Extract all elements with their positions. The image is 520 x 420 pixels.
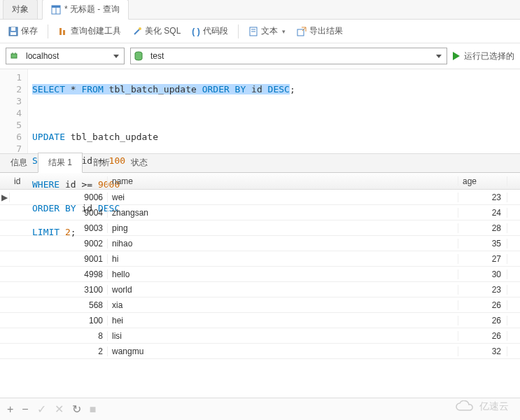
tab-objects[interactable]: 对象 xyxy=(3,0,38,19)
kw: FROM xyxy=(81,84,103,94)
cancel-button[interactable]: ✕ xyxy=(55,402,64,416)
cell-age[interactable]: 28 xyxy=(458,223,507,233)
query-table-icon xyxy=(51,5,61,15)
add-record-button[interactable]: + xyxy=(7,403,13,416)
svg-point-9 xyxy=(139,27,141,30)
tok: ; xyxy=(290,84,295,94)
save-button[interactable]: 保存 xyxy=(4,22,42,40)
table-row[interactable]: 2wangmu32 xyxy=(0,344,520,359)
cell-age[interactable]: 30 xyxy=(458,270,507,279)
cell-id[interactable]: 2 xyxy=(10,346,108,356)
cell-id[interactable]: 4998 xyxy=(10,270,108,279)
column-header-id[interactable]: id xyxy=(10,176,108,186)
save-icon xyxy=(8,27,18,36)
kw: ORDER BY xyxy=(202,84,246,94)
code-segment-label: 代码段 xyxy=(203,25,228,37)
row-marker: ▶ xyxy=(0,192,10,202)
cell-name[interactable]: hi xyxy=(108,254,458,264)
text-button[interactable]: 文本 ▾ xyxy=(244,22,290,40)
cell-name[interactable]: hello xyxy=(108,270,458,279)
chevron-down-icon xyxy=(108,55,124,58)
chevron-down-icon xyxy=(431,55,447,58)
cell-name[interactable]: lisi xyxy=(108,331,458,341)
connection-value: localhost xyxy=(22,51,108,61)
database-value: test xyxy=(146,51,431,61)
cell-age[interactable]: 26 xyxy=(458,316,507,326)
line-number: 3 xyxy=(0,95,22,107)
line-gutter: 1 2 3 4 5 6 7 xyxy=(0,69,28,153)
cell-id[interactable]: 3100 xyxy=(10,285,108,295)
tab-query[interactable]: * 无标题 - 查询 xyxy=(42,0,129,20)
line-number: 5 xyxy=(0,119,22,131)
run-selected-button[interactable]: 运行已选择的 xyxy=(453,50,514,62)
tab-result-1[interactable]: 结果 1 xyxy=(38,153,83,173)
line-number: 1 xyxy=(0,71,22,83)
table-row[interactable]: 8lisi26 xyxy=(0,328,520,344)
cell-age[interactable]: 23 xyxy=(458,285,507,295)
refresh-button[interactable]: ↻ xyxy=(72,402,81,416)
cell-id[interactable]: 100 xyxy=(10,316,108,326)
code-segment-button[interactable]: ( ) 代码段 xyxy=(188,22,232,40)
beautify-sql-button[interactable]: 美化 SQL xyxy=(128,22,185,40)
query-builder-button[interactable]: 查询创建工具 xyxy=(54,22,125,40)
cell-age[interactable]: 35 xyxy=(458,239,507,248)
grid-body: ▶9006wei239004zhangsan249003ping289002ni… xyxy=(0,190,520,359)
export-label: 导出结果 xyxy=(309,25,343,37)
tab-status[interactable]: 状态 xyxy=(120,153,158,172)
table-row[interactable]: 568xia26 xyxy=(0,298,520,313)
cell-age[interactable]: 27 xyxy=(458,254,507,264)
cell-age[interactable]: 23 xyxy=(458,192,507,202)
plug-icon xyxy=(6,51,22,61)
tok: tbl_batch_update xyxy=(104,84,202,94)
cell-name[interactable]: hei xyxy=(108,316,458,326)
cell-id[interactable]: 8 xyxy=(10,331,108,341)
code-area[interactable]: SELECT * FROM tbl_batch_update ORDER BY … xyxy=(28,69,300,153)
table-row[interactable]: 4998hello30 xyxy=(0,267,520,282)
run-label: 运行已选择的 xyxy=(464,50,514,62)
sql-editor[interactable]: 1 2 3 4 5 6 7 SELECT * FROM tbl_batch_up… xyxy=(0,69,520,153)
cell-name[interactable]: xia xyxy=(108,300,458,310)
cell-id[interactable]: 9006 xyxy=(10,192,108,202)
line-number: 4 xyxy=(0,107,22,119)
svg-rect-5 xyxy=(10,32,16,35)
cell-name[interactable]: ping xyxy=(108,223,458,233)
delete-record-button[interactable]: − xyxy=(22,403,28,416)
cell-age[interactable]: 32 xyxy=(458,346,507,356)
column-header-age[interactable]: age xyxy=(458,176,507,186)
kw: DESC xyxy=(268,84,290,94)
cell-id[interactable]: 568 xyxy=(10,300,108,310)
cell-name[interactable]: wangmu xyxy=(108,346,458,356)
text-label: 文本 xyxy=(261,25,278,37)
cell-age[interactable]: 26 xyxy=(458,331,507,341)
cloud-icon xyxy=(456,400,475,413)
cell-id[interactable]: 9004 xyxy=(10,208,108,218)
export-result-button[interactable]: 导出结果 xyxy=(293,22,347,40)
record-toolbar: + − ✓ ✕ ↻ ■ xyxy=(0,398,520,420)
line-number: 2 xyxy=(0,83,22,95)
cell-name[interactable]: world xyxy=(108,285,458,295)
tab-objects-label: 对象 xyxy=(12,4,29,15)
table-row[interactable]: 100hei26 xyxy=(0,313,520,328)
cell-id[interactable]: 9003 xyxy=(10,223,108,233)
database-dropdown[interactable]: test xyxy=(130,48,447,64)
stop-button[interactable]: ■ xyxy=(90,403,97,416)
cell-id[interactable]: 9002 xyxy=(10,239,108,248)
table-row[interactable]: 9001hi27 xyxy=(0,251,520,267)
cell-id[interactable]: 9001 xyxy=(10,254,108,264)
query-builder-label: 查询创建工具 xyxy=(71,25,121,37)
table-row[interactable]: 3100world23 xyxy=(0,282,520,298)
cell-name[interactable]: zhangsan xyxy=(108,208,458,218)
cell-age[interactable]: 26 xyxy=(458,300,507,310)
beautify-sql-label: 美化 SQL xyxy=(145,25,181,37)
cell-name[interactable]: nihao xyxy=(108,239,458,248)
apply-button[interactable]: ✓ xyxy=(37,402,46,416)
svg-rect-4 xyxy=(11,27,15,31)
tab-profile[interactable]: 剖析 xyxy=(83,153,120,172)
column-header-name[interactable]: name xyxy=(108,176,458,186)
cell-name[interactable]: wei xyxy=(108,192,458,202)
tab-info[interactable]: 信息 xyxy=(0,153,38,172)
connection-dropdown[interactable]: localhost xyxy=(6,48,125,64)
cell-age[interactable]: 24 xyxy=(458,208,507,218)
toolbar: 保存 查询创建工具 美化 SQL ( ) 代码段 文本 ▾ 导出结果 xyxy=(0,20,520,43)
document-tabs: 对象 * 无标题 - 查询 xyxy=(0,0,520,20)
